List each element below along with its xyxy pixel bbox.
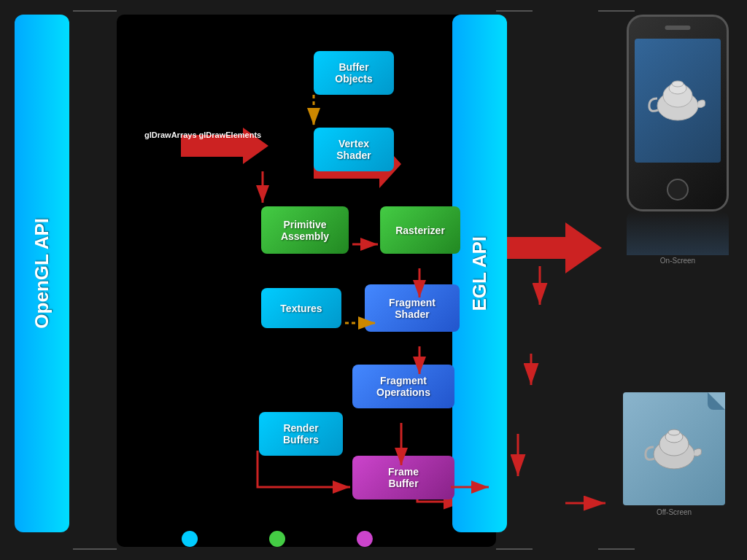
primitive-assembly-label: PrimitiveAssembly [281,219,329,242]
phone-container: On-Screen [619,15,736,233]
fragment-shader-label: FragmentShader [389,297,436,320]
opengl-api-bar: OpenGL API [15,15,69,532]
textures-label: Textures [280,303,322,314]
buffer-objects-box: BufferObjects [314,51,394,95]
vertex-shader-label: VertexShader [336,138,371,161]
top-corner-lines [0,0,747,22]
vertex-shader-box: VertexShader [314,128,394,171]
primitive-assembly-box: PrimitiveAssembly [261,206,349,254]
document-body [623,392,725,505]
teapot-on-screen [645,68,711,133]
teapot-off-screen [641,416,707,482]
phone-label: On-Screen [619,257,736,265]
document-label: Off-Screen [616,508,732,516]
bottom-corner-lines [0,538,747,560]
gl-draw-arrays-text: glDrawArrays glDrawElements [144,131,261,139]
egl-output-arrow [507,219,602,277]
gl-draw-label: glDrawArrays glDrawElements [144,130,261,141]
phone-reflection [627,211,729,255]
render-buffers-box: RenderBuffers [259,412,343,456]
buffer-objects-label: BufferObjects [335,61,372,85]
rasterizer-box: Rasterizer [380,206,460,254]
textures-box: Textures [261,288,341,328]
fragment-operations-label: FragmentOperations [376,375,430,398]
phone-speaker [665,26,691,30]
document-container: Off-Screen [616,392,732,524]
egl-api-bar: EGL API [452,15,507,532]
fragment-shader-box: FragmentShader [365,284,460,332]
phone-screen [635,39,721,163]
svg-point-27 [672,81,684,87]
phone-home-button [667,179,689,201]
svg-point-31 [668,429,680,435]
opengl-api-label: OpenGL API [31,218,53,329]
svg-marker-23 [507,222,602,273]
render-buffers-label: RenderBuffers [283,422,319,446]
egl-api-label: EGL API [468,236,491,311]
frame-buffer-label: FrameBuffer [388,466,419,489]
document-corner [708,392,725,410]
phone-body [627,15,729,211]
rasterizer-label: Rasterizer [395,225,445,236]
fragment-operations-box: FragmentOperations [352,365,454,408]
frame-buffer-box: FrameBuffer [352,456,454,499]
